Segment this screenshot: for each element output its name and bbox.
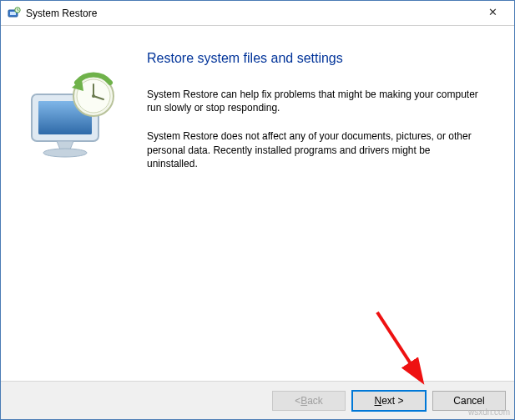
next-button-mnemonic: N (374, 395, 381, 407)
back-button-prefix: < (295, 395, 300, 407)
back-button-suffix: ack (307, 395, 323, 407)
svg-point-11 (92, 94, 95, 98)
page-heading: Restore system files and settings (147, 51, 491, 66)
intro-paragraph-1: System Restore can help fix problems tha… (147, 88, 481, 114)
titlebar: System Restore ✕ (1, 1, 514, 26)
illustration-pane (1, 26, 147, 381)
next-button[interactable]: Next > (352, 391, 426, 411)
system-restore-icon (8, 7, 21, 20)
next-button-suffix: ext > (381, 395, 403, 407)
back-button-mnemonic: B (300, 395, 307, 407)
restore-illustration-icon (20, 66, 129, 381)
watermark: wsxdn.com (468, 407, 510, 417)
system-restore-window: System Restore ✕ (0, 0, 515, 420)
button-bar: < Back Next > Cancel (1, 381, 514, 419)
intro-paragraph-2: System Restore does not affect any of yo… (147, 129, 481, 170)
svg-point-6 (43, 149, 87, 157)
content-area: Restore system files and settings System… (1, 26, 514, 381)
back-button: < Back (272, 391, 346, 411)
svg-rect-1 (10, 12, 16, 15)
window-title: System Restore (26, 8, 476, 19)
text-pane: Restore system files and settings System… (147, 26, 514, 381)
close-button[interactable]: ✕ (476, 1, 509, 24)
